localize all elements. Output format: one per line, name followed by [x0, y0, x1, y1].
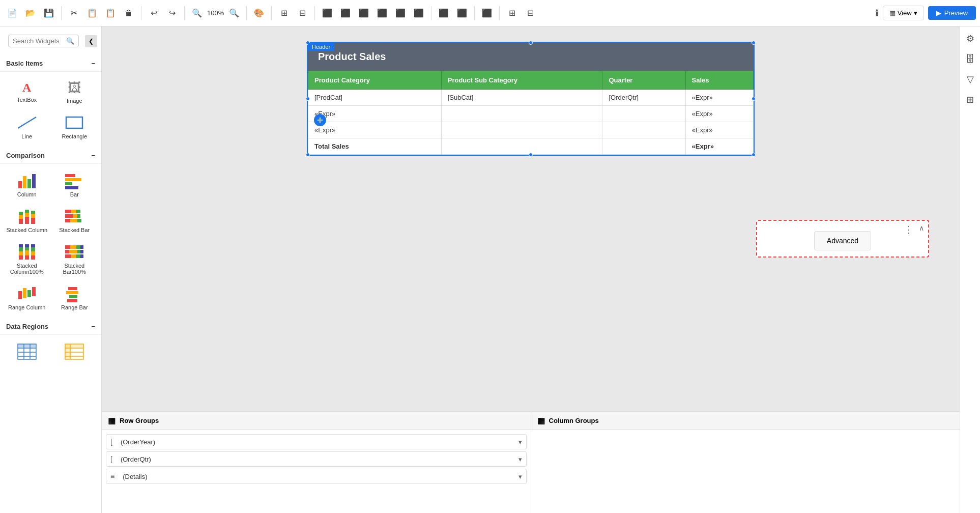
group-dropdown-1[interactable]: ▾ — [514, 452, 526, 466]
zoom-in-button[interactable]: 🔍 — [226, 5, 242, 21]
col-header-0: Product Category — [308, 71, 442, 90]
widget-stacked-column[interactable]: Stacked Column — [4, 204, 50, 237]
align-center-button[interactable]: ⬛ — [337, 5, 354, 21]
undo-button[interactable]: ↩ — [146, 5, 162, 21]
advanced-button[interactable]: Advanced — [814, 231, 871, 250]
canvas-area[interactable]: ✛ Header Product Sales Product Category … — [102, 26, 960, 513]
advanced-collapse-icon[interactable]: ∧ — [919, 224, 924, 232]
align-left-button[interactable]: ⬛ — [319, 5, 335, 21]
group-row-details[interactable]: ≡ (Details) ▾ — [106, 469, 527, 484]
svg-rect-3 — [23, 176, 26, 188]
group-row-orderqtr[interactable]: [ (OrderQtr) ▾ — [106, 451, 527, 467]
sidebar-collapse-button[interactable]: ❮ — [85, 35, 97, 47]
delete-button[interactable]: 🗑 — [121, 5, 137, 21]
filter-button[interactable]: ▽ — [962, 71, 978, 88]
info-icon: ℹ — [875, 8, 879, 19]
widget-table[interactable] — [4, 339, 50, 364]
data-button[interactable]: 🗄 — [962, 51, 978, 67]
redo-button[interactable]: ↪ — [164, 5, 180, 21]
section-data-regions-collapse-icon[interactable]: − — [91, 323, 95, 330]
widget-textbox[interactable]: A TextBox — [4, 76, 50, 108]
bar-chart-icon — [64, 172, 84, 189]
header-label: Header — [308, 43, 334, 51]
table-icon — [17, 343, 37, 360]
canvas-content: ✛ Header Product Sales Product Category … — [102, 26, 960, 171]
copy-button[interactable]: 📋 — [84, 5, 100, 21]
svg-rect-6 — [65, 174, 75, 177]
widget-column[interactable]: Column — [4, 168, 50, 202]
advanced-menu-dots[interactable]: ⋮ — [904, 224, 913, 235]
svg-rect-43 — [80, 245, 83, 249]
svg-rect-40 — [65, 245, 70, 249]
widget-rectangle[interactable]: Rectangle — [52, 110, 98, 144]
left-sidebar: 🔍 ❮ Basic Items − A TextBox 🖼 Image Line — [0, 26, 102, 513]
report-widget[interactable]: ✛ Header Product Sales Product Category … — [307, 42, 755, 156]
widget-range-column[interactable]: Range Column — [4, 281, 50, 315]
handle-br[interactable] — [752, 153, 756, 157]
main-layout: 🔍 ❮ Basic Items − A TextBox 🖼 Image Line — [0, 26, 980, 513]
svg-rect-39 — [31, 244, 35, 247]
widget-image[interactable]: 🖼 Image — [52, 76, 98, 108]
widget-range-bar[interactable]: Range Bar — [52, 281, 98, 315]
cut-button[interactable]: ✂ — [66, 5, 82, 21]
svg-rect-49 — [71, 254, 76, 258]
handle-mr[interactable] — [752, 97, 756, 101]
expression-button[interactable]: ⊞ — [962, 92, 978, 108]
rectangle-icon — [64, 114, 84, 131]
widget-line[interactable]: Line — [4, 110, 50, 144]
selection-button[interactable]: ⬛ — [479, 5, 495, 21]
open-button[interactable]: 📂 — [22, 5, 39, 21]
new-button[interactable]: 📄 — [4, 5, 20, 21]
search-input[interactable] — [13, 37, 63, 45]
handle-tc[interactable] — [529, 41, 533, 45]
widget-range-bar-label: Range Bar — [61, 304, 88, 310]
handle-bc[interactable] — [529, 153, 533, 157]
align-bottom-button[interactable]: ⬛ — [411, 5, 427, 21]
align-top-button[interactable]: ⬛ — [374, 5, 390, 21]
save-button[interactable]: 💾 — [41, 5, 57, 21]
insert-col-button[interactable]: ⊟ — [294, 5, 310, 21]
handle-bl[interactable] — [306, 153, 310, 157]
group-label-2: (Details) — [119, 470, 514, 483]
insert-row-button[interactable]: ⊞ — [276, 5, 292, 21]
preview-button[interactable]: ▶ Preview — [928, 6, 976, 20]
section-comparison-collapse-icon[interactable]: − — [91, 152, 95, 159]
paste-button[interactable]: 📋 — [102, 5, 119, 21]
svg-rect-9 — [65, 186, 78, 189]
widget-stacked-bar[interactable]: Stacked Bar — [52, 204, 98, 237]
view-chevron-icon: ▾ — [914, 9, 917, 17]
color-button[interactable]: 🎨 — [251, 5, 267, 21]
view-button[interactable]: ▦ View ▾ — [883, 6, 924, 20]
search-box[interactable]: 🔍 — [8, 35, 79, 47]
svg-rect-35 — [25, 244, 29, 247]
basic-items-grid: A TextBox 🖼 Image Line Rectangle — [0, 72, 101, 148]
handle-ml[interactable] — [306, 97, 310, 101]
group-button[interactable]: ⊞ — [504, 5, 520, 21]
table-row: «Expr» «Expr» — [308, 106, 754, 122]
table-row-total: Total Sales «Expr» — [308, 138, 754, 155]
widget-matrix[interactable] — [52, 339, 98, 364]
align-right-button[interactable]: ⬛ — [356, 5, 372, 21]
group-row-orderyear[interactable]: [ (OrderYear) ▾ — [106, 434, 527, 449]
cell-0-2: [OrderQtr] — [602, 90, 685, 106]
separator-1 — [61, 6, 62, 20]
group-dropdown-2[interactable]: ▾ — [514, 470, 526, 483]
move-icon[interactable]: ✛ — [314, 114, 326, 126]
report-table: Product Category Product Sub Category Qu… — [308, 71, 754, 155]
widget-stacked-column-100[interactable]: Stacked Column100% — [4, 239, 50, 279]
group-label-1: (OrderQtr) — [117, 452, 514, 466]
widget-stacked-bar-100[interactable]: Stacked Bar100% — [52, 239, 98, 279]
settings-button[interactable]: ⚙ — [962, 31, 978, 47]
zoom-out-button[interactable]: 🔍 — [189, 5, 205, 21]
distribute-h-button[interactable]: ⬛ — [436, 5, 452, 21]
align-middle-button[interactable]: ⬛ — [392, 5, 409, 21]
handle-tr[interactable] — [752, 41, 756, 45]
group-dropdown-0[interactable]: ▾ — [514, 435, 526, 449]
widget-bar[interactable]: Bar — [52, 168, 98, 202]
ungroup-button[interactable]: ⊟ — [522, 5, 538, 21]
advanced-panel[interactable]: ⋮ ∧ Advanced — [756, 220, 929, 258]
data-regions-grid — [0, 335, 101, 368]
svg-rect-4 — [27, 179, 31, 188]
distribute-v-button[interactable]: ⬛ — [454, 5, 470, 21]
section-basic-collapse-icon[interactable]: − — [91, 60, 95, 67]
